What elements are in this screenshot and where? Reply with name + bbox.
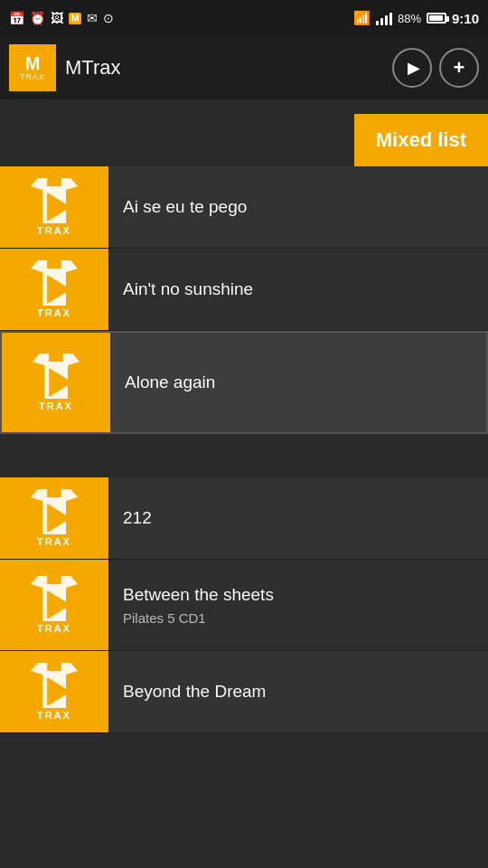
status-icons-left: 📅 ⏰ 🖼 M ✉ ⊙: [9, 11, 114, 25]
song-thumbnail: TRAX: [2, 333, 110, 432]
song-thumbnail: TRAX: [0, 249, 108, 330]
trax-label: TRAX: [37, 225, 71, 236]
play-button[interactable]: ▶: [392, 48, 432, 88]
song-title: Between the sheets: [123, 584, 474, 607]
list-item[interactable]: TRAX Ain't no sunshine: [0, 249, 488, 331]
logo-trax: TRAX: [20, 72, 45, 81]
page-title: MTrax: [65, 56, 385, 80]
list-item[interactable]: TRAX Beyond the Dream: [0, 651, 488, 733]
trax-label: TRAX: [37, 536, 71, 547]
trax-label: TRAX: [37, 710, 71, 721]
battery-percentage: 88%: [398, 12, 421, 25]
song-title: Ai se eu te pego: [123, 196, 474, 219]
song-thumbnail: TRAX: [0, 560, 108, 650]
mtrax-status-icon: M: [69, 13, 81, 24]
play-triangle-icon: [47, 275, 70, 304]
song-thumbnail: TRAX: [0, 166, 108, 248]
song-info: Ai se eu te pego: [108, 184, 488, 231]
tab-bar: Mixed list: [0, 99, 488, 166]
email-icon: ✉: [87, 11, 98, 25]
image-icon: 🖼: [51, 11, 63, 25]
list-item[interactable]: TRAX Between the sheets Pilates 5 CD1: [0, 560, 488, 651]
list-item[interactable]: TRAX 212: [0, 477, 488, 560]
list-item[interactable]: TRAX Alone again: [0, 331, 488, 434]
list-item[interactable]: TRAX Ai se eu te pego: [0, 166, 488, 249]
song-title: 212: [123, 507, 474, 530]
play-triangle-icon: [47, 590, 70, 619]
song-thumbnail: TRAX: [0, 651, 108, 732]
song-info: Alone again: [110, 359, 486, 407]
song-subtitle: Pilates 5 CD1: [123, 610, 474, 626]
signal-bars: [376, 11, 392, 25]
status-icons-right: 📶 88% 9:10: [353, 10, 479, 26]
trax-label: TRAX: [37, 623, 71, 634]
song-info: Beyond the Dream: [108, 668, 488, 716]
play-triangle-icon: [47, 193, 70, 222]
play-triangle-icon: [49, 368, 72, 397]
add-icon: +: [454, 56, 465, 80]
app-logo: M TRAX: [9, 44, 56, 91]
song-info: 212: [108, 495, 488, 542]
status-bar: 📅 ⏰ 🖼 M ✉ ⊙ 📶 88% 9:10: [0, 0, 488, 36]
song-info: Ain't no sunshine: [108, 266, 488, 314]
play-triangle-icon: [47, 504, 70, 533]
trax-label: TRAX: [39, 401, 73, 411]
circle-icon: ⊙: [103, 11, 114, 25]
trax-label: TRAX: [37, 307, 71, 318]
battery-icon: [427, 13, 446, 24]
song-title: Alone again: [125, 372, 472, 394]
clock-icon: ⏰: [30, 11, 45, 25]
spacer: [0, 434, 488, 477]
logo-m: M: [25, 54, 41, 72]
tab-mixed-list[interactable]: Mixed list: [354, 114, 488, 166]
song-info: Between the sheets Pilates 5 CD1: [108, 571, 488, 638]
song-title: Beyond the Dream: [123, 681, 474, 703]
wifi-icon: 📶: [353, 10, 371, 26]
tab-mixed-list-label: Mixed list: [376, 128, 466, 152]
status-time: 9:10: [452, 11, 479, 26]
calendar-icon: 📅: [9, 11, 24, 25]
play-icon: ▶: [408, 58, 420, 78]
song-title: Ain't no sunshine: [123, 278, 474, 301]
song-list: TRAX Ai se eu te pego TRAX Ain't no suns…: [0, 166, 488, 868]
add-button[interactable]: +: [439, 48, 479, 88]
app-header: M TRAX MTrax ▶ +: [0, 36, 488, 99]
song-thumbnail: TRAX: [0, 477, 108, 559]
play-triangle-icon: [47, 677, 70, 706]
